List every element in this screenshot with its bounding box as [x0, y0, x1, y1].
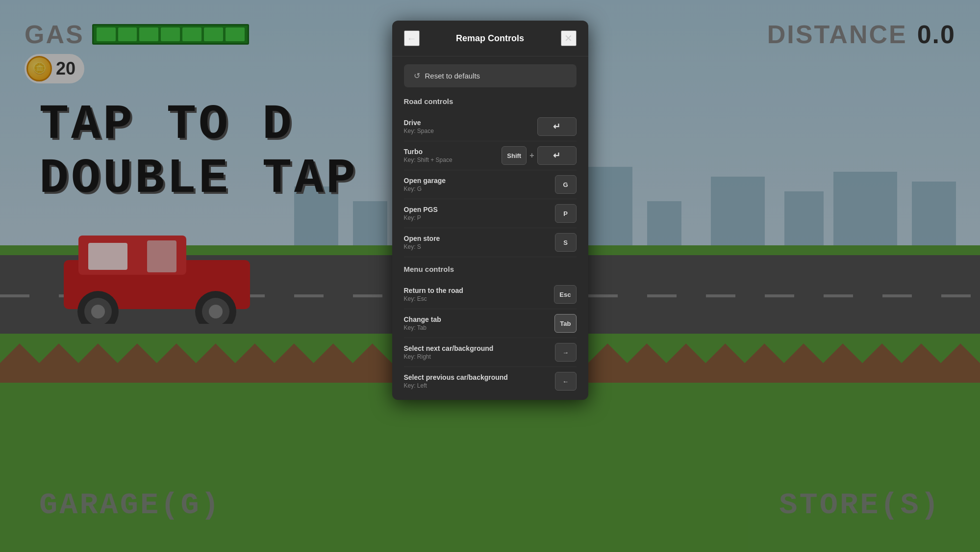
- next-car-control-row: Select next car/background Key: Right →: [404, 338, 577, 367]
- drive-binding: ↵: [537, 117, 577, 136]
- prev-car-binding: ←: [555, 372, 577, 391]
- turbo-name: Turbo: [404, 148, 452, 156]
- open-garage-info: Open garage Key: G: [404, 177, 446, 192]
- prev-car-control-row: Select previous car/background Key: Left…: [404, 367, 577, 395]
- open-store-control-row: Open store Key: S S: [404, 228, 577, 257]
- menu-section-label: Menu controls: [404, 265, 577, 273]
- reset-icon: ↺: [414, 71, 420, 80]
- open-pgs-control-row: Open PGS Key: P P: [404, 199, 577, 228]
- enter-symbol: ↵: [553, 121, 560, 132]
- drive-control-row: Drive Key: Space ↵: [404, 112, 577, 141]
- prev-car-info: Select previous car/background Key: Left: [404, 373, 508, 389]
- open-pgs-info: Open PGS Key: P: [404, 206, 438, 221]
- next-car-key: Key: Right: [404, 353, 494, 360]
- open-store-name: Open store: [404, 235, 440, 242]
- return-road-key: Key: Esc: [404, 295, 463, 302]
- modal-title: Remap Controls: [456, 33, 524, 44]
- prev-car-key: Key: Left: [404, 382, 508, 389]
- modal-header: ← Remap Controls ✕: [392, 21, 588, 56]
- open-store-binding: S: [555, 233, 577, 252]
- return-road-control-row: Return to the road Key: Esc Esc: [404, 280, 577, 309]
- change-tab-binding: Tab: [554, 314, 576, 333]
- reset-defaults-button[interactable]: ↺ Reset to defaults: [404, 64, 577, 87]
- open-pgs-name: Open PGS: [404, 206, 438, 213]
- turbo-binding: Shift + ↵: [502, 146, 576, 165]
- open-garage-key-button[interactable]: G: [555, 175, 577, 194]
- turbo-key: Key: Shift + Space: [404, 157, 452, 163]
- modal-back-button[interactable]: ←: [404, 30, 420, 46]
- prev-car-key-button[interactable]: ←: [555, 372, 577, 391]
- remap-controls-modal: ← Remap Controls ✕ ↺ Reset to defaults R…: [392, 21, 588, 400]
- return-road-key-button[interactable]: Esc: [554, 285, 576, 304]
- next-car-name: Select next car/background: [404, 344, 494, 352]
- open-garage-control-row: Open garage Key: G G: [404, 170, 577, 199]
- turbo-info: Turbo Key: Shift + Space: [404, 148, 452, 163]
- next-car-binding: →: [555, 343, 577, 362]
- drive-name: Drive: [404, 119, 434, 127]
- open-store-key-button[interactable]: S: [555, 233, 577, 252]
- open-pgs-key: Key: P: [404, 214, 438, 221]
- close-icon: ✕: [564, 32, 573, 44]
- open-garage-binding: G: [555, 175, 577, 194]
- prev-car-name: Select previous car/background: [404, 373, 508, 381]
- road-section-label: Road controls: [404, 97, 577, 105]
- return-road-binding: Esc: [554, 285, 576, 304]
- next-car-info: Select next car/background Key: Right: [404, 344, 494, 360]
- drive-info: Drive Key: Space: [404, 119, 434, 134]
- open-garage-key: Key: G: [404, 185, 446, 192]
- turbo-enter-symbol: ↵: [553, 150, 560, 161]
- open-pgs-binding: P: [555, 204, 577, 223]
- change-tab-control-row: Change tab Key: Tab Tab: [404, 309, 577, 338]
- reset-label: Reset to defaults: [425, 72, 480, 80]
- turbo-space-button[interactable]: ↵: [537, 146, 577, 165]
- back-icon: ←: [407, 33, 417, 44]
- modal-body: ↺ Reset to defaults Road controls Drive …: [392, 56, 588, 400]
- change-tab-key-button[interactable]: Tab: [554, 314, 576, 333]
- next-car-key-button[interactable]: →: [555, 343, 577, 362]
- turbo-shift-button[interactable]: Shift: [502, 146, 527, 165]
- open-store-key: Key: S: [404, 243, 440, 250]
- return-road-name: Return to the road: [404, 287, 463, 294]
- open-store-info: Open store Key: S: [404, 235, 440, 250]
- turbo-control-row: Turbo Key: Shift + Space Shift + ↵: [404, 141, 577, 170]
- return-road-info: Return to the road Key: Esc: [404, 287, 463, 302]
- change-tab-key: Key: Tab: [404, 324, 441, 331]
- change-tab-info: Change tab Key: Tab: [404, 315, 441, 331]
- drive-key: Key: Space: [404, 128, 434, 134]
- open-pgs-key-button[interactable]: P: [555, 204, 577, 223]
- change-tab-name: Change tab: [404, 315, 441, 323]
- plus-sign: +: [529, 151, 534, 160]
- modal-close-button[interactable]: ✕: [561, 30, 577, 46]
- drive-key-button[interactable]: ↵: [537, 117, 577, 136]
- open-garage-name: Open garage: [404, 177, 446, 184]
